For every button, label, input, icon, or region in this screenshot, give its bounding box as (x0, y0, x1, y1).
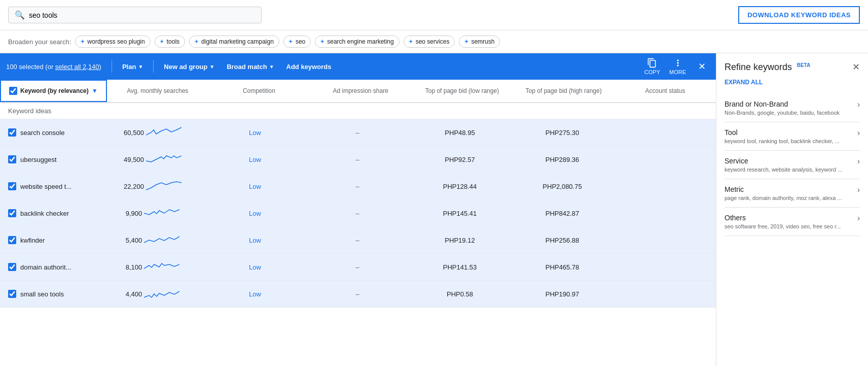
keyword-header-label: Keyword (by relevance) (20, 87, 89, 94)
ad-impression-cell: – (306, 258, 409, 276)
download-keywords-button[interactable]: DOWNLOAD KEYWORD IDEAS (738, 6, 860, 24)
keyword-cell: small seo tools (0, 285, 101, 303)
row-checkbox[interactable] (8, 236, 16, 244)
refine-category-item[interactable]: Metric page rank, domain authority, moz … (725, 179, 860, 208)
broaden-chip-6[interactable]: + semrush (459, 36, 500, 48)
copy-button[interactable]: COPY (640, 56, 664, 77)
avg-searches-value: 60,500 (124, 129, 144, 137)
row-checkbox[interactable] (8, 290, 16, 298)
keyword-text: backlink checker (20, 210, 69, 217)
broaden-label: Broaden your search: (8, 38, 71, 46)
plus-icon-3: + (289, 38, 293, 45)
broad-match-button[interactable]: Broad match ▼ (223, 60, 278, 74)
broaden-chip-3[interactable]: + seo (283, 36, 311, 48)
account-status-cell (613, 262, 716, 272)
plus-icon-4: + (320, 38, 324, 45)
table-row: ubersuggest 49,500 Low – PHP92.57 PHP289… (0, 146, 716, 173)
table-rows: search console 60,500 Low – PHP48.95 PHP… (0, 119, 716, 308)
refine-category-title: Metric (725, 185, 853, 193)
avg-searches-cell: 9,900 (101, 200, 204, 226)
chevron-right-icon: › (857, 214, 860, 223)
avg-searches-cell: 5,400 (101, 227, 204, 253)
search-icon: 🔍 (15, 10, 25, 20)
top-bid-high-cell: PHP190.97 (511, 285, 613, 303)
ad-impression-cell: – (306, 151, 409, 169)
broaden-chip-0[interactable]: + wordpress seo plugin (75, 36, 150, 48)
plus-icon-2: + (195, 38, 198, 45)
chip-label-5: seo services (416, 38, 450, 45)
broaden-chip-4[interactable]: + search engine marketing (315, 36, 399, 48)
top-bid-low-cell: PHP19.12 (409, 231, 511, 249)
search-input[interactable] (29, 11, 255, 19)
refine-category-item[interactable]: Service keyword research, website analys… (725, 151, 860, 179)
close-panel-button[interactable]: ✕ (852, 61, 860, 73)
keyword-text: domain authorit... (20, 263, 71, 271)
row-checkbox[interactable] (8, 182, 16, 190)
refine-category-item[interactable]: Brand or Non-Brand Non-Brands, google, y… (725, 94, 860, 122)
account-status-cell (613, 127, 716, 138)
action-divider-2 (153, 60, 154, 73)
row-checkbox[interactable] (8, 209, 16, 217)
top-bid-high-cell: PHP842.87 (511, 205, 613, 222)
refine-header: Refine keywords BETA ✕ (725, 61, 860, 73)
top-bid-high-cell: PHP465.78 (511, 258, 613, 276)
sort-down-icon[interactable]: ▼ (92, 87, 98, 94)
sparkline-chart (146, 151, 182, 167)
new-ad-group-button[interactable]: New ad group ▼ (160, 60, 219, 74)
keyword-column-header[interactable]: Keyword (by relevance) ▼ (0, 80, 107, 102)
table-row: search console 60,500 Low – PHP48.95 PHP… (0, 119, 716, 146)
chevron-right-icon: › (857, 185, 860, 194)
table-row: kwfinder 5,400 Low – PHP19.12 PHP256.88 (0, 227, 716, 254)
refine-category-subtitle: keyword research, website analysis, keyw… (725, 166, 853, 173)
ad-impression-cell: – (306, 231, 409, 249)
row-checkbox[interactable] (8, 128, 16, 137)
avg-searches-value: 5,400 (126, 237, 142, 244)
refine-item-content: Others seo software free, 2019, video se… (725, 214, 853, 229)
keyword-cell: backlink checker (0, 204, 101, 222)
competition-cell: Low (204, 151, 306, 169)
more-button[interactable]: MORE (665, 56, 690, 77)
refine-item-content: Service keyword research, website analys… (725, 157, 853, 173)
competition-cell: Low (204, 205, 306, 222)
action-bar: 100 selected (or select all 2,140) Plan … (0, 53, 716, 80)
broaden-chip-1[interactable]: + tools (155, 36, 185, 48)
select-all-link[interactable]: select all 2,140 (55, 63, 99, 71)
keyword-text: ubersuggest (20, 156, 57, 163)
top-bid-high-header: Top of page bid (high range) (513, 81, 614, 100)
refine-item-content: Metric page rank, domain authority, moz … (725, 185, 853, 201)
add-keywords-button[interactable]: Add keywords (282, 60, 336, 74)
top-bid-low-header: Top of page bid (low range) (411, 81, 513, 100)
sparkline-chart (146, 178, 182, 194)
chip-label-4: search engine marketing (327, 38, 393, 45)
top-bid-low-cell: PHP92.57 (409, 151, 511, 169)
refine-title: Refine keywords (725, 62, 792, 72)
chevron-right-icon: › (857, 157, 860, 166)
plus-icon-1: + (160, 38, 164, 45)
account-status-cell (613, 235, 716, 245)
plan-button[interactable]: Plan ▼ (118, 60, 147, 74)
chip-label-6: semrush (471, 38, 494, 45)
refine-category-subtitle: page rank, domain authority, moz rank, a… (725, 195, 853, 201)
table-row: website speed t... 22,200 Low – PHP128.4… (0, 173, 716, 200)
broaden-chip-5[interactable]: + seo services (404, 36, 455, 48)
sparkline-chart (146, 124, 182, 141)
row-checkbox[interactable] (8, 263, 16, 271)
broaden-chip-2[interactable]: + digital marketing campaign (189, 36, 279, 48)
chip-label-1: tools (167, 38, 179, 45)
competition-cell: Low (204, 285, 306, 303)
sparkline-chart (144, 232, 179, 248)
row-checkbox[interactable] (8, 155, 16, 163)
refine-category-subtitle: seo software free, 2019, video seo, free… (725, 223, 853, 229)
keyword-cell: domain authorit... (0, 258, 101, 276)
keyword-cell: kwfinder (0, 231, 101, 249)
select-all-checkbox[interactable] (9, 87, 17, 95)
search-box[interactable]: 🔍 (8, 7, 262, 23)
refine-category-item[interactable]: Others seo software free, 2019, video se… (725, 208, 860, 236)
refine-category-item[interactable]: Tool keyword tool, ranking tool, backlin… (725, 122, 860, 151)
expand-all-link[interactable]: EXPAND ALL (725, 79, 860, 86)
avg-searches-header: Avg. monthly searches (107, 81, 208, 100)
selected-count: 100 selected (or select all 2,140) (6, 63, 101, 71)
close-selection-button[interactable]: ✕ (694, 59, 710, 74)
top-bid-low-cell: PHP48.95 (409, 124, 511, 142)
refine-title-area: Refine keywords BETA (725, 62, 810, 73)
